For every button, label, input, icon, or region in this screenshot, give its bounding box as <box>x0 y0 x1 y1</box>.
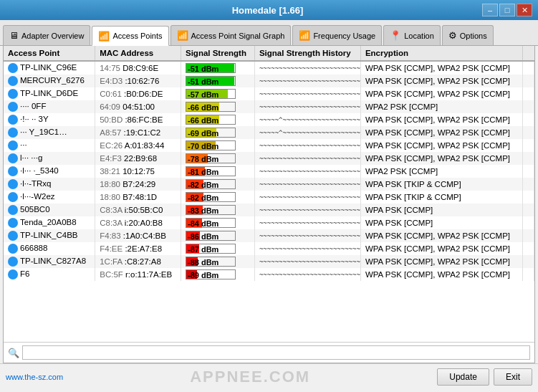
cell-mac: EC:26 A:01:83:44 <box>95 139 181 152</box>
cell-history: ~~~~~~~~~~~~~~~~~~~~~~~~~~~~~^~~~~~~~~~~ <box>254 165 360 178</box>
cell-name: ·l···-W2ez <box>4 191 95 204</box>
table-row[interactable]: l··· ···g E4:F3 22:B9:68 -78 dBm ~~~~~~~… <box>4 152 534 165</box>
cell-scroll-pad <box>523 268 534 281</box>
table-container[interactable]: Access Point MAC Address Signal Strength… <box>4 46 534 342</box>
cell-scroll-pad <box>523 75 534 87</box>
table-row[interactable]: F6 BC:5F r:o:11:7A:EB -89 dBm ~~~~~~~~~~… <box>4 268 534 281</box>
cell-history: ~~~~~~~~~~~~~~~~~~~~~~~~~~~~~~~~^~~~~~~~ <box>254 152 360 165</box>
cell-enc: WPA PSK [CCMP], WPA2 PSK [CCMP] <box>360 152 522 165</box>
cell-history: ~~~~~~~~~~~~~~~~~~~~~~~~~~~~~~~~~~~~ <box>254 87 360 100</box>
table-row[interactable]: ··· EC:26 A:01:83:44 -70 dBm ~~~~~~~~~~~… <box>4 139 534 152</box>
cell-name: Tenda_20A0B8 <box>4 216 95 229</box>
cell-mac: F4:83 :1A0:C4:BB <box>95 229 181 242</box>
cell-signal: -81 dBm <box>181 165 255 178</box>
cell-signal: -82 dBm <box>181 191 255 204</box>
cell-mac: 64:09 04:51:00 <box>95 100 181 113</box>
cell-scroll-pad <box>523 87 534 100</box>
cell-enc: WPA PSK [CCMP], WPA2 PSK [CCMP] <box>360 242 522 255</box>
cell-mac: E4:D3 :10:62:76 <box>95 75 181 87</box>
table-row[interactable]: ·l··-TRxq 18:80 B7:24:29 -82 dBm ~~~~~~~… <box>4 178 534 191</box>
col-scroll <box>523 46 534 61</box>
table-row[interactable]: ·!·· ·· 3Y 50:BD :86:FC:BE -66 dBm ~~~~~… <box>4 113 534 126</box>
cell-signal: -66 dBm <box>181 113 255 126</box>
cell-signal: -57 dBm <box>181 87 255 100</box>
table-row[interactable]: ··· Y_19C1… A8:57 :19:C1:C2 -69 dBm ~~~~… <box>4 126 534 139</box>
table-row[interactable]: ···· 0FF 64:09 04:51:00 -66 dBm ~~~~~~~~… <box>4 100 534 113</box>
cell-signal: -83 dBm <box>181 204 255 216</box>
cell-scroll-pad <box>523 139 534 152</box>
cell-history: ~~~~~~~~~~~~~~~~~~~~~~~~~~~~~~~~~~~~~ <box>254 255 360 268</box>
tab-access-points[interactable]: 📶Access Points <box>92 26 168 46</box>
ap-icon <box>8 205 18 215</box>
search-input[interactable] <box>22 345 530 360</box>
cell-mac: BC:5F r:o:11:7A:EB <box>95 268 181 281</box>
maximize-button[interactable]: □ <box>499 4 515 16</box>
watermark: APPNEE.COM <box>190 368 310 386</box>
ap-icon <box>8 192 18 202</box>
cell-signal: -78 dBm <box>181 152 255 165</box>
ap-icon <box>8 115 18 125</box>
table-row[interactable]: Tenda_20A0B8 C8:3A i:20:A0:B8 -84 dBm ~~… <box>4 216 534 229</box>
cell-scroll-pad <box>523 204 534 216</box>
cell-mac: 50:BD :86:FC:BE <box>95 113 181 126</box>
cell-name: TP-LINK_C96E <box>4 61 95 75</box>
cell-enc: WPA PSK [CCMP], WPA2 PSK [CCMP] <box>360 268 522 281</box>
table-row[interactable]: ·l··· ·_5340 38:21 10:12:75 -81 dBm ~~~~… <box>4 165 534 178</box>
cell-mac: 38:21 10:12:75 <box>95 165 181 178</box>
cell-scroll-pad <box>523 191 534 204</box>
cell-name: MERCURY_6276 <box>4 75 95 87</box>
ap-icon <box>8 140 18 150</box>
cell-mac: 14:75 D8:C9:6E <box>95 61 181 75</box>
cell-mac: E4:F3 22:B9:68 <box>95 152 181 165</box>
search-icon: 🔍 <box>8 348 19 358</box>
cell-name: ···· 0FF <box>4 100 95 113</box>
col-access-point: Access Point <box>4 46 95 61</box>
exit-button[interactable]: Exit <box>494 368 532 386</box>
cell-name: 505BC0 <box>4 204 95 216</box>
col-mac: MAC Address <box>95 46 181 61</box>
tab-label-adapter: Adapter Overview <box>21 32 84 40</box>
cell-enc: WPA PSK [CCMP], WPA2 PSK [CCMP] <box>360 75 522 87</box>
cell-history: ~~~~~~~~~~~~~~~~~~~~~~~~~~~~~~~~~~~~~ <box>254 204 360 216</box>
cell-history: ~~~~~~~~~~~~~~~~~~~~~~~~~~~~~~~~~~~^~~~~ <box>254 139 360 152</box>
cell-history: ~~~~~~~~~~~~~~~~~~~~~~~~~~~~~~~~~~~~~ <box>254 242 360 255</box>
cell-scroll-pad <box>523 165 534 178</box>
minimize-button[interactable]: – <box>482 4 498 16</box>
update-button[interactable]: Update <box>437 368 489 386</box>
cell-history: ~~~~~^~~~~~~~~~~~~~~~~~~~~~~~~~~~~~~~~~~ <box>254 113 360 126</box>
cell-signal: -69 dBm <box>181 126 255 139</box>
ap-icon <box>8 257 18 267</box>
ap-icon <box>8 76 18 86</box>
tab-signal-graph[interactable]: 📶Access Point Signal Graph <box>170 25 292 45</box>
tab-frequency[interactable]: 📶Frequency Usage <box>292 25 382 45</box>
cell-scroll-pad <box>523 100 534 113</box>
cell-history: ~~~~~~~~~~~~~~~~~~~~~~~~~~~~~~~~~~~ <box>254 75 360 87</box>
table-row[interactable]: ·l···-W2ez 18:80 B7:48:1D -82 dBm ~~~~~~… <box>4 191 534 204</box>
table-row[interactable]: TP-LINK_D6DE C0:61 :B0:D6:DE -57 dBm ~~~… <box>4 87 534 100</box>
table-row[interactable]: TP-LINK_C96E 14:75 D8:C9:6E -51 dBm ~~~~… <box>4 61 534 75</box>
tab-label-options: Options <box>460 32 487 40</box>
cell-scroll-pad <box>523 61 534 75</box>
table-row[interactable]: TP-LINK_C4BB F4:83 :1A0:C4:BB -86 dBm ~~… <box>4 229 534 242</box>
tab-options[interactable]: ⚙Options <box>442 25 494 45</box>
search-bar: 🔍 <box>4 342 534 363</box>
ap-icon <box>8 102 18 112</box>
cell-name: TP-LINK_C4BB <box>4 229 95 242</box>
cell-scroll-pad <box>523 113 534 126</box>
close-button[interactable]: ✕ <box>517 4 532 16</box>
cell-history: ~~~~~~~~~~~~~~~~~~~~~~~~~~~~~~~~~~~~~ <box>254 229 360 242</box>
table-row[interactable]: 505BC0 C8:3A i:50:5B:C0 -83 dBm ~~~~~~~~… <box>4 204 534 216</box>
cell-scroll-pad <box>523 255 534 268</box>
table-row[interactable]: TP-LINK_C827A8 1C:FA :C8:27:A8 -88 dBm ~… <box>4 255 534 268</box>
table-row[interactable]: MERCURY_6276 E4:D3 :10:62:76 -51 dBm ~~~… <box>4 75 534 87</box>
cell-signal: -82 dBm <box>181 178 255 191</box>
cell-signal: -84 dBm <box>181 216 255 229</box>
cell-mac: A8:57 :19:C1:C2 <box>95 126 181 139</box>
ap-icon <box>8 89 18 99</box>
table-row[interactable]: 666888 F4:EE :2E:A7:E8 -87 dBm ~~~~~~~~~… <box>4 242 534 255</box>
cell-scroll-pad <box>523 229 534 242</box>
tab-adapter[interactable]: 🖥Adapter Overview <box>3 25 90 45</box>
website-link[interactable]: www.the-sz.com <box>6 373 63 381</box>
cell-signal: -70 dBm <box>181 139 255 152</box>
tab-location[interactable]: 📍Location <box>383 25 441 45</box>
